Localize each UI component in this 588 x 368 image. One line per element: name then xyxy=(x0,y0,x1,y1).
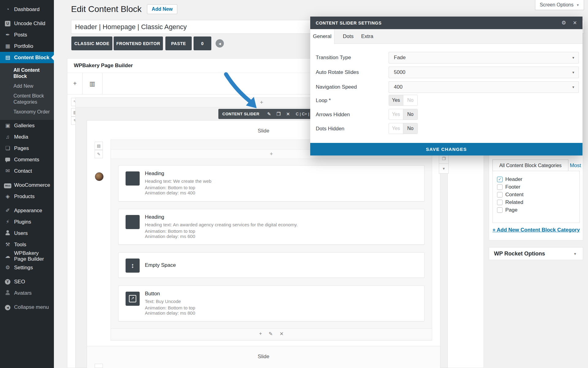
sidebar-item-pages[interactable]: ❏ Pages xyxy=(0,143,54,154)
classic-mode-button[interactable]: CLASSIC MODE xyxy=(71,36,112,50)
dots-hidden-toggle: Yes No xyxy=(389,123,418,134)
sidebar-item-wpbakery[interactable]: ☁ WPBakery Page Builder xyxy=(0,250,54,262)
sidebar-item-label: Appearance xyxy=(14,208,42,213)
auto-rotate-select[interactable]: 5000 ▾ xyxy=(389,67,579,78)
sidebar-item-woocommerce[interactable]: Woo WooCommerce xyxy=(0,179,54,191)
sidebar-item-posts[interactable]: ✒ Posts xyxy=(0,29,54,40)
add-new-category-link[interactable]: + Add New Content Block Category xyxy=(492,227,580,233)
category-content[interactable]: Content xyxy=(497,191,579,198)
column-toggle-button[interactable]: ▤ xyxy=(95,142,103,150)
content-slider-toolbar-label: CONTENT SLIDER xyxy=(222,112,259,116)
add-element-button[interactable]: + xyxy=(67,73,83,94)
heading-element-card[interactable]: Heading Heading text: We create the web … xyxy=(118,165,424,201)
sidebar-item-appearance[interactable]: ✐ Appearance xyxy=(0,205,54,216)
category-page[interactable]: Page xyxy=(497,206,579,214)
sidebar-item-galleries[interactable]: ▣ Galleries xyxy=(0,120,54,131)
submenu-add-new[interactable]: Add New xyxy=(0,81,54,91)
column-edit-button[interactable]: ✎ xyxy=(95,150,103,158)
sidebar-item-label: Pages xyxy=(14,145,29,151)
sidebar-item-plugins[interactable]: ⚡ Plugins xyxy=(0,216,54,228)
wpbakery-icon: ☁ xyxy=(4,254,12,259)
tab-all-categories[interactable]: All Content Block Categories xyxy=(492,159,568,171)
arrows-no-option[interactable]: No xyxy=(403,109,417,120)
delete-icon[interactable]: ✕ xyxy=(286,111,290,117)
submenu-taxonomy-order[interactable]: Taxonomy Order xyxy=(0,107,54,117)
element-detail: Animation delay: ms 400 xyxy=(145,190,195,195)
checkbox-checked[interactable]: ✓ xyxy=(497,177,503,182)
paste-button[interactable]: PASTE xyxy=(165,36,192,50)
category-header[interactable]: ✓ Header xyxy=(497,175,579,183)
current-item-arrow xyxy=(51,55,54,60)
checkbox[interactable] xyxy=(497,200,503,205)
dots-hidden-label: Dots Hidden xyxy=(316,126,345,132)
dots-no-option[interactable]: No xyxy=(403,123,417,134)
save-changes-button[interactable]: SAVE CHANGES xyxy=(310,143,582,155)
sidebar-item-avatars[interactable]: Avatars xyxy=(0,287,54,299)
collapse-editor-button[interactable]: ◀ xyxy=(216,39,224,48)
edit-column-icon[interactable]: ✎ xyxy=(269,331,273,337)
sidebar-item-collapse-menu[interactable]: ◀ Collapse menu xyxy=(0,301,54,313)
sidebar-item-portfolio[interactable]: ▦ Portfolio xyxy=(0,40,54,52)
sidebar-item-uncode-child[interactable]: U Uncode Child xyxy=(0,18,54,29)
sidebar-item-dashboard[interactable]: ◔ Dashboard xyxy=(0,4,54,15)
sidebar-item-comments[interactable]: Comments xyxy=(0,154,54,165)
arrows-yes-option[interactable]: Yes xyxy=(389,109,403,120)
sidebar-item-content-block[interactable]: ▤ Content Block xyxy=(0,52,54,63)
dots-yes-option[interactable]: Yes xyxy=(389,123,403,134)
add-element-icon[interactable]: + xyxy=(259,331,262,336)
users-icon xyxy=(4,230,12,236)
transition-type-select[interactable]: Fade ▾ xyxy=(389,52,579,63)
seo-icon: Y xyxy=(4,279,12,285)
category-related[interactable]: Related xyxy=(497,198,579,206)
tab-extra[interactable]: Extra xyxy=(357,29,378,44)
element-detail: Heading text: An awarded agency creating… xyxy=(145,222,298,227)
slide-2-section[interactable]: Slide xyxy=(87,346,440,368)
sidebar-item-users[interactable]: Users xyxy=(0,228,54,239)
frontend-editor-button[interactable]: FRONTEND EDITOR xyxy=(114,36,163,50)
screen-options-button[interactable]: Screen Options ▼ xyxy=(535,0,584,10)
layout-columns-button[interactable]: ▥ xyxy=(82,73,103,94)
tab-general[interactable]: General xyxy=(310,29,334,44)
sidebar-item-settings[interactable]: ⚙ Settings xyxy=(0,262,54,273)
gear-icon[interactable]: ⚙ xyxy=(561,20,566,26)
category-label: Content xyxy=(505,192,524,198)
loop-yes-option[interactable]: Yes xyxy=(389,95,403,105)
close-icon[interactable]: ✕ xyxy=(573,20,577,26)
sidebar-item-media[interactable]: ♫ Media xyxy=(0,131,54,143)
loop-no-option[interactable]: No xyxy=(403,95,417,105)
submenu-content-block-categories[interactable]: Content Block Categories xyxy=(0,91,54,107)
sidebar-item-tools[interactable]: ⚒ Tools xyxy=(0,239,54,250)
checkbox[interactable] xyxy=(497,192,503,197)
element-title: Heading xyxy=(145,214,164,220)
delete-column-icon[interactable]: ✕ xyxy=(280,331,284,337)
checkbox[interactable] xyxy=(497,207,503,213)
arrows-hidden-label: Arrows Hidden xyxy=(316,112,350,118)
empty-space-element-card[interactable]: ↕ Empty Space xyxy=(118,252,424,278)
sidebar-item-label: Users xyxy=(14,230,28,236)
category-footer[interactable]: Footer xyxy=(497,183,579,191)
sidebar-item-contact[interactable]: ✉ Contact xyxy=(0,165,54,177)
heading-icon xyxy=(126,171,140,186)
avatars-icon xyxy=(4,290,12,296)
add-new-button[interactable]: Add New xyxy=(147,4,177,14)
sidebar-item-seo[interactable]: Y SEO xyxy=(0,276,54,287)
clone-icon[interactable]: ❐ xyxy=(277,111,281,117)
pages-icon: ❏ xyxy=(4,146,12,151)
submenu-all-content-block[interactable]: All Content Block xyxy=(0,65,54,81)
dashboard-icon: ◔ xyxy=(4,7,12,12)
page-header: Edit Content Block Add New xyxy=(71,4,177,14)
tab-dots[interactable]: Dots xyxy=(339,29,357,44)
sidebar-item-products[interactable]: ◈ Products xyxy=(0,191,54,202)
slide-2-toggle-button[interactable] xyxy=(95,364,103,368)
checkbox[interactable] xyxy=(497,184,503,190)
slider-collapse-button[interactable]: ▾ xyxy=(439,163,449,174)
edit-icon[interactable]: ✎ xyxy=(267,111,271,117)
chevron-down-icon[interactable]: ▾ xyxy=(574,251,576,256)
button-element-card[interactable]: ↗ Button Text: Buy Uncode Animation: Bot… xyxy=(118,286,424,321)
modal-title: CONTENT SLIDER SETTINGS xyxy=(316,21,382,25)
count-button[interactable]: 0 xyxy=(194,36,211,50)
sidebar-item-label: Posts xyxy=(14,32,27,38)
heading-element-card[interactable]: Heading Heading text: An awarded agency … xyxy=(118,209,424,245)
element-detail: Animation delay: ms 800 xyxy=(145,310,195,316)
navigation-speed-select[interactable]: 400 ▾ xyxy=(389,81,579,93)
